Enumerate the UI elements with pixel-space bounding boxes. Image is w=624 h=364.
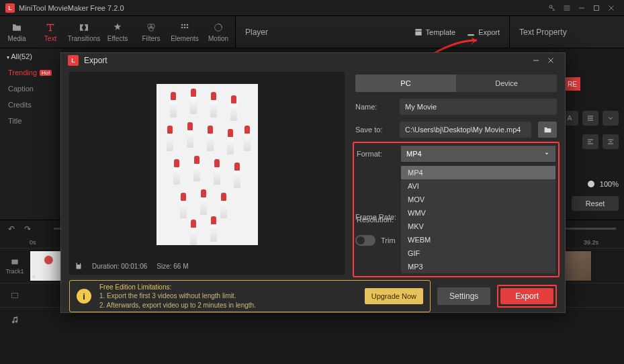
- tab-effects-label: Effects: [107, 35, 128, 42]
- export-target-segmented[interactable]: PC Device: [355, 75, 557, 92]
- tab-elements-label: Elements: [171, 35, 199, 42]
- duration-info: Duration: 00:01:06: [92, 263, 147, 270]
- seg-device[interactable]: Device: [456, 75, 557, 92]
- filters-icon: [145, 21, 157, 34]
- hot-badge: Hot: [40, 70, 52, 76]
- format-option[interactable]: MOV: [401, 193, 555, 206]
- modal-close-button[interactable]: [543, 53, 558, 68]
- svg-rect-1: [594, 5, 599, 10]
- tab-transitions-label: Transitions: [68, 35, 101, 42]
- format-select[interactable]: MP4: [401, 146, 555, 162]
- svg-point-9: [184, 27, 186, 29]
- tab-text[interactable]: Text: [34, 16, 67, 48]
- minimize-button[interactable]: [574, 1, 589, 15]
- chevron-down-icon: [543, 150, 550, 157]
- export-button[interactable]: Export: [500, 288, 553, 304]
- app-logo: L: [5, 3, 15, 13]
- redo-button[interactable]: ↷: [24, 224, 31, 234]
- upgrade-button[interactable]: Upgrade Now: [365, 288, 423, 304]
- line-height-chip[interactable]: [582, 111, 598, 126]
- key-icon[interactable]: [545, 1, 560, 15]
- svg-point-3: [150, 24, 155, 29]
- align-chip[interactable]: [582, 134, 598, 149]
- text-property-panel-label: Text Property: [510, 16, 624, 48]
- format-option[interactable]: GIF: [401, 246, 555, 260]
- format-option[interactable]: AVI: [401, 179, 555, 193]
- track1-head: Track1: [0, 257, 30, 275]
- sidebar-trending-label: Trending: [8, 69, 37, 77]
- preview-thumbnail: [157, 84, 258, 245]
- format-option[interactable]: WEBM: [401, 233, 555, 246]
- export-button-top[interactable]: Export: [466, 28, 500, 37]
- audio-track-head: [0, 315, 30, 324]
- maximize-button[interactable]: [589, 1, 604, 15]
- tab-elements[interactable]: Elements: [168, 16, 202, 48]
- tab-media-label: Media: [7, 35, 26, 42]
- menu-icon[interactable]: [560, 1, 574, 15]
- text-icon: [44, 21, 56, 34]
- transitions-icon: [78, 21, 90, 34]
- svg-point-5: [181, 24, 183, 26]
- trim-toggle[interactable]: [355, 235, 375, 246]
- name-input[interactable]: [400, 99, 557, 115]
- tab-motion[interactable]: Motion: [202, 16, 235, 48]
- template-button[interactable]: Template: [414, 28, 456, 37]
- format-option[interactable]: WMV: [401, 206, 555, 220]
- svg-point-10: [187, 27, 189, 29]
- tab-filters[interactable]: Filters: [134, 16, 168, 48]
- export-highlight: Export: [497, 285, 557, 308]
- settings-button[interactable]: Settings: [437, 287, 490, 305]
- svg-point-6: [184, 24, 186, 26]
- chevron-down-icon[interactable]: [603, 111, 619, 126]
- limitations-header: Free Edition Limitations:: [99, 283, 357, 292]
- tab-transitions[interactable]: Transitions: [67, 16, 101, 48]
- sidebar-item-title[interactable]: Title: [0, 113, 62, 129]
- svg-point-0: [549, 5, 552, 8]
- svg-rect-12: [11, 259, 17, 264]
- format-highlight-zone: Format: MP4 Resolution: MP4 AVI MOV WMV …: [353, 142, 560, 277]
- reset-button[interactable]: Reset: [572, 196, 619, 211]
- sidebar-item-trending[interactable]: Trending Hot: [0, 64, 62, 81]
- align-chip-2[interactable]: [603, 134, 619, 149]
- modal-minimize-button[interactable]: [529, 53, 543, 68]
- svg-rect-13: [11, 293, 17, 298]
- export-modal: L Export: [60, 52, 566, 313]
- sound-icon: [32, 273, 40, 279]
- player-label: Player: [245, 28, 268, 37]
- tab-media[interactable]: Media: [0, 16, 34, 48]
- folder-icon: [11, 21, 23, 34]
- export-preview: Duration: 00:01:06 Size: 66 M: [69, 72, 345, 275]
- svg-point-8: [181, 27, 183, 29]
- modal-title: Export: [84, 56, 529, 65]
- svg-point-4: [149, 27, 154, 32]
- elements-icon: [179, 21, 191, 34]
- info-icon: i: [77, 289, 91, 304]
- modal-logo: L: [68, 55, 79, 66]
- save-icon: [75, 262, 83, 270]
- sidebar-item-credits[interactable]: Credits: [0, 97, 62, 113]
- re-badge: RE: [564, 77, 580, 91]
- format-option[interactable]: MKV: [401, 220, 555, 233]
- browse-button[interactable]: [538, 122, 557, 138]
- format-current: MP4: [406, 150, 422, 158]
- format-label: Format:: [357, 150, 394, 158]
- format-dropdown[interactable]: MP4 AVI MOV WMV MKV WEBM GIF MP3: [401, 166, 555, 273]
- tab-text-label: Text: [44, 35, 56, 42]
- framerate-label: Frame Rate:: [355, 213, 396, 221]
- trim-label: Trim: [381, 236, 396, 244]
- tab-effects[interactable]: Effects: [101, 16, 134, 48]
- limitations-box: i Free Edition Limitations: 1. Export th…: [69, 280, 431, 312]
- sidebar-item-caption[interactable]: Caption: [0, 81, 62, 97]
- undo-button[interactable]: ↶: [8, 224, 15, 234]
- sidebar-all[interactable]: All(52): [0, 48, 62, 64]
- size-info: Size: 66 M: [157, 263, 188, 270]
- svg-point-2: [148, 24, 152, 29]
- close-button[interactable]: [604, 1, 619, 15]
- format-option[interactable]: MP4: [401, 166, 555, 179]
- saveto-input[interactable]: [400, 122, 531, 138]
- limitations-line1: 1. Export the first 3 videos without len…: [99, 291, 357, 301]
- format-option[interactable]: MP3: [401, 260, 555, 273]
- seg-pc[interactable]: PC: [355, 75, 456, 92]
- limitations-line2: 2. Afterwards, export video up to 2 minu…: [99, 301, 357, 310]
- app-title: MiniTool MovieMaker Free 7.2.0: [19, 4, 545, 12]
